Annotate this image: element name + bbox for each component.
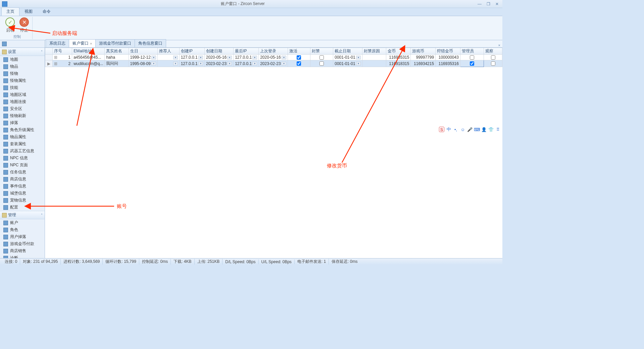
cell-seq[interactable]: ⊞2 bbox=[52, 60, 72, 67]
cell-game_coin[interactable]: 99997799 bbox=[411, 55, 436, 60]
sidebar-item[interactable]: 物品 bbox=[0, 63, 45, 70]
sidebar-item[interactable]: 游戏金币付款 bbox=[0, 240, 45, 247]
column-header[interactable]: 最后IP bbox=[234, 48, 259, 55]
cell-create_ip[interactable]: 127.0.0.1▾ bbox=[179, 55, 204, 60]
dropdown-icon[interactable]: ▾ bbox=[356, 56, 361, 59]
sidebar-item[interactable]: 事件信息 bbox=[0, 183, 45, 190]
checkbox[interactable] bbox=[470, 61, 474, 66]
ime-s-icon[interactable]: S bbox=[439, 127, 444, 132]
cell-birthday[interactable]: 1999-12-12▾ bbox=[129, 55, 157, 60]
sidebar-item[interactable]: 角色升级属性 bbox=[0, 126, 45, 133]
cell-hunt_gold[interactable]: 100000043 bbox=[436, 55, 460, 60]
column-header[interactable]: 激活 bbox=[288, 48, 310, 55]
cell-observe[interactable] bbox=[484, 60, 502, 67]
column-header[interactable] bbox=[45, 48, 53, 55]
ime-person-icon[interactable]: 👤 bbox=[481, 127, 487, 132]
sidebar-item[interactable]: 技能 bbox=[0, 84, 45, 91]
cell-observe[interactable] bbox=[484, 55, 502, 60]
dropdown-icon[interactable]: ▾ bbox=[173, 62, 178, 65]
column-header[interactable]: 创建日期 bbox=[204, 48, 233, 55]
checkbox[interactable] bbox=[297, 61, 301, 66]
column-header[interactable]: 观察 bbox=[484, 48, 502, 55]
cell-last_ip[interactable]: 127.0.0.1▾ bbox=[234, 55, 259, 60]
dropdown-icon[interactable]: ▾ bbox=[198, 56, 203, 59]
column-header[interactable]: 生日 bbox=[129, 48, 157, 55]
column-header[interactable]: 截止日期 bbox=[333, 48, 362, 55]
cell-create_ip[interactable]: 127.0.0.1▾ bbox=[179, 60, 204, 67]
sidebar-item[interactable]: 怪物刷新 bbox=[0, 112, 45, 119]
ime-toolbar[interactable]: S 中 •, ☺ 🎤 ⌨ 👤 👕 ⠿ bbox=[438, 126, 501, 133]
cell-ban_reason[interactable] bbox=[362, 60, 386, 67]
cell-create_date[interactable]: 2023-02-23▾ bbox=[204, 60, 233, 67]
cell-realname[interactable]: 我问问 bbox=[105, 60, 129, 67]
dropdown-icon[interactable]: ▾ bbox=[252, 56, 257, 59]
sidebar-item[interactable]: 配置 bbox=[0, 204, 45, 211]
cell-hdr[interactable] bbox=[45, 55, 53, 60]
sidebar-item[interactable]: 商店销售 bbox=[0, 247, 45, 254]
column-header[interactable]: 推荐人 bbox=[157, 48, 179, 55]
column-header[interactable]: 真实姓名 bbox=[105, 48, 129, 55]
stop-button[interactable]: ✕ 停止 bbox=[18, 17, 30, 33]
doc-tab[interactable]: 系统日志 bbox=[46, 39, 69, 47]
doc-tab[interactable]: 角色信息窗口 bbox=[135, 39, 166, 47]
checkbox[interactable] bbox=[491, 55, 495, 60]
cell-hunt_gold[interactable]: 116935316 bbox=[436, 60, 460, 67]
checkbox[interactable] bbox=[470, 55, 474, 60]
sidebar-item[interactable]: 商店信息 bbox=[0, 176, 45, 183]
ime-mic-icon[interactable]: 🎤 bbox=[467, 127, 473, 132]
start-button[interactable]: ✓ 启动 bbox=[4, 17, 16, 33]
close-button[interactable]: ✕ bbox=[494, 2, 500, 6]
column-header[interactable]: 上次登录 bbox=[259, 48, 288, 55]
cell-admin[interactable] bbox=[460, 60, 484, 67]
close-icon[interactable]: × bbox=[90, 42, 92, 46]
menu-tab-1[interactable]: 视图 bbox=[19, 7, 38, 16]
checkbox[interactable] bbox=[491, 61, 495, 66]
cell-referrer[interactable]: ▾ bbox=[157, 60, 179, 67]
ime-skin-icon[interactable]: 👕 bbox=[488, 127, 494, 132]
sidebar-item[interactable]: 安全区 bbox=[0, 105, 45, 112]
sidebar-item[interactable]: 角色 bbox=[0, 226, 45, 233]
checkbox[interactable] bbox=[319, 55, 324, 60]
cell-ban_reason[interactable] bbox=[362, 55, 386, 60]
cell-realname[interactable]: haha bbox=[105, 55, 129, 60]
cell-banned[interactable] bbox=[310, 55, 333, 60]
sidebar-item[interactable]: 怪物属性 bbox=[0, 77, 45, 84]
cell-email[interactable]: a456456@45... bbox=[72, 55, 105, 60]
menu-tab-0[interactable]: 主页 bbox=[1, 7, 19, 16]
dropdown-icon[interactable]: ▾ bbox=[227, 62, 232, 65]
sidebar-item[interactable]: 物品属性 bbox=[0, 133, 45, 140]
column-header[interactable]: 管理员 bbox=[460, 48, 484, 55]
accounts-grid[interactable]: 序号EMail地址真实姓名生日推荐人创建IP创建日期最后IP上次登录激活封禁截止… bbox=[45, 48, 502, 67]
sidebar-item[interactable]: 掉落 bbox=[0, 119, 45, 126]
sidebar-item[interactable]: 怪物 bbox=[0, 70, 45, 77]
table-row[interactable]: ▶⊞2wudiliucom@q...我问问1995-08-09▾▾127.0.0… bbox=[45, 60, 502, 67]
checkbox[interactable] bbox=[319, 61, 324, 66]
dropdown-icon[interactable]: ▾ bbox=[151, 56, 156, 59]
sidebar-item[interactable]: 地图区域 bbox=[0, 91, 45, 98]
dropdown-icon[interactable]: ▾ bbox=[198, 62, 203, 65]
column-header[interactable]: EMail地址 bbox=[72, 48, 105, 55]
cell-game_coin[interactable]: 116934215 bbox=[411, 60, 436, 67]
menu-tab-2[interactable]: 命令 bbox=[38, 7, 56, 16]
sidebar-item[interactable]: NPC 信息 bbox=[0, 155, 45, 162]
cell-birthday[interactable]: 1995-08-09▾ bbox=[129, 60, 157, 67]
dropdown-icon[interactable]: ▾ bbox=[356, 62, 361, 65]
dropdown-icon[interactable]: ▾ bbox=[282, 62, 286, 65]
sidebar-item[interactable]: NPC 页面 bbox=[0, 162, 45, 169]
cell-gold[interactable]: 116935315 bbox=[386, 55, 411, 60]
column-header[interactable]: 游戏币 bbox=[411, 48, 436, 55]
cell-last_login[interactable]: 2020-05-16▾ bbox=[259, 55, 288, 60]
column-header[interactable]: 序号 bbox=[52, 48, 72, 55]
sidebar-item[interactable]: 任务信息 bbox=[0, 169, 45, 176]
dropdown-icon[interactable]: ▾ bbox=[227, 56, 232, 59]
sidebar-group-header[interactable]: 设置˄ bbox=[0, 48, 45, 56]
dropdown-icon[interactable]: ▾ bbox=[173, 56, 178, 59]
maximize-button[interactable]: ❐ bbox=[485, 2, 492, 6]
cell-email[interactable]: wudiliucom@q... bbox=[72, 60, 105, 67]
sidebar-item[interactable]: 地图 bbox=[0, 56, 45, 63]
cell-referrer[interactable]: ▾ bbox=[157, 55, 179, 60]
checkbox[interactable] bbox=[297, 55, 301, 60]
doc-tab[interactable]: 账户窗口× bbox=[69, 39, 96, 47]
sidebar-item[interactable]: 城堡信息 bbox=[0, 190, 45, 197]
table-row[interactable]: ⊞1a456456@45...haha1999-12-12▾▾127.0.0.1… bbox=[45, 55, 502, 60]
